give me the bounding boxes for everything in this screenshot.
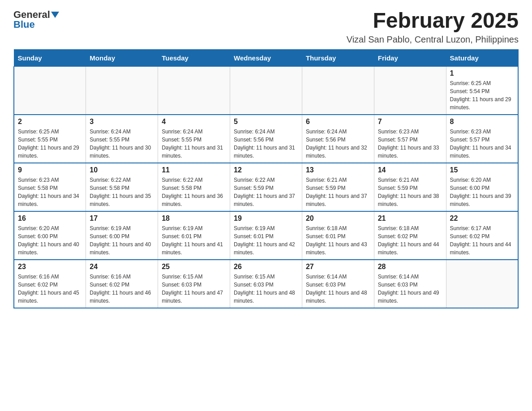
day-number: 23 xyxy=(18,263,82,271)
day-number: 6 xyxy=(306,118,370,126)
logo: General Blue xyxy=(13,9,59,30)
page-header: General Blue February 2025 Vizal San Pab… xyxy=(13,9,519,45)
day-number: 14 xyxy=(378,166,442,174)
weekday-header-saturday: Saturday xyxy=(446,49,518,66)
day-number: 4 xyxy=(162,118,226,126)
calendar-cell: 15Sunrise: 6:20 AMSunset: 6:00 PMDayligh… xyxy=(446,163,518,211)
calendar-cell: 16Sunrise: 6:20 AMSunset: 6:00 PMDayligh… xyxy=(14,211,86,260)
calendar-cell xyxy=(446,260,518,308)
day-number: 17 xyxy=(90,214,154,223)
day-number: 28 xyxy=(378,263,442,271)
day-info: Sunrise: 6:14 AMSunset: 6:03 PMDaylight:… xyxy=(306,273,370,305)
day-number: 25 xyxy=(162,263,226,271)
calendar-cell: 13Sunrise: 6:21 AMSunset: 5:59 PMDayligh… xyxy=(302,163,374,211)
day-info: Sunrise: 6:15 AMSunset: 6:03 PMDaylight:… xyxy=(234,273,298,305)
calendar-cell xyxy=(374,66,446,115)
day-number: 7 xyxy=(378,118,442,126)
calendar-cell: 19Sunrise: 6:19 AMSunset: 6:01 PMDayligh… xyxy=(230,211,302,260)
calendar-cell: 11Sunrise: 6:22 AMSunset: 5:58 PMDayligh… xyxy=(158,163,230,211)
calendar-cell: 7Sunrise: 6:23 AMSunset: 5:57 PMDaylight… xyxy=(374,115,446,163)
day-number: 22 xyxy=(450,214,514,223)
day-number: 9 xyxy=(18,166,82,174)
calendar-table: SundayMondayTuesdayWednesdayThursdayFrid… xyxy=(13,49,519,308)
day-info: Sunrise: 6:18 AMSunset: 6:02 PMDaylight:… xyxy=(378,224,442,257)
calendar-cell: 14Sunrise: 6:21 AMSunset: 5:59 PMDayligh… xyxy=(374,163,446,211)
day-number: 5 xyxy=(234,118,298,126)
logo-blue-text: Blue xyxy=(13,19,35,30)
week-row-2: 2Sunrise: 6:25 AMSunset: 5:55 PMDaylight… xyxy=(14,115,518,163)
title-block: February 2025 Vizal San Pablo, Central L… xyxy=(347,9,519,45)
day-info: Sunrise: 6:24 AMSunset: 5:55 PMDaylight:… xyxy=(90,128,154,160)
calendar-cell: 27Sunrise: 6:14 AMSunset: 6:03 PMDayligh… xyxy=(302,260,374,308)
calendar-cell xyxy=(14,66,86,115)
day-info: Sunrise: 6:22 AMSunset: 5:58 PMDaylight:… xyxy=(90,176,154,208)
day-number: 15 xyxy=(450,166,514,174)
calendar-cell: 2Sunrise: 6:25 AMSunset: 5:55 PMDaylight… xyxy=(14,115,86,163)
calendar-cell: 18Sunrise: 6:19 AMSunset: 6:01 PMDayligh… xyxy=(158,211,230,260)
calendar-subtitle: Vizal San Pablo, Central Luzon, Philippi… xyxy=(347,34,519,45)
week-row-4: 16Sunrise: 6:20 AMSunset: 6:00 PMDayligh… xyxy=(14,211,518,260)
day-number: 1 xyxy=(450,69,514,77)
day-info: Sunrise: 6:24 AMSunset: 5:55 PMDaylight:… xyxy=(162,128,226,160)
calendar-cell: 20Sunrise: 6:18 AMSunset: 6:01 PMDayligh… xyxy=(302,211,374,260)
day-info: Sunrise: 6:25 AMSunset: 5:54 PMDaylight:… xyxy=(450,79,514,111)
day-number: 10 xyxy=(90,166,154,174)
day-info: Sunrise: 6:17 AMSunset: 6:02 PMDaylight:… xyxy=(450,224,514,257)
calendar-cell: 9Sunrise: 6:23 AMSunset: 5:58 PMDaylight… xyxy=(14,163,86,211)
day-number: 12 xyxy=(234,166,298,174)
calendar-cell xyxy=(230,66,302,115)
calendar-cell: 28Sunrise: 6:14 AMSunset: 6:03 PMDayligh… xyxy=(374,260,446,308)
day-info: Sunrise: 6:19 AMSunset: 6:01 PMDaylight:… xyxy=(234,224,298,257)
calendar-header: SundayMondayTuesdayWednesdayThursdayFrid… xyxy=(14,49,518,66)
day-info: Sunrise: 6:14 AMSunset: 6:03 PMDaylight:… xyxy=(378,273,442,305)
day-number: 8 xyxy=(450,118,514,126)
weekday-row: SundayMondayTuesdayWednesdayThursdayFrid… xyxy=(14,49,518,66)
logo-arrow-icon xyxy=(51,12,59,18)
day-number: 26 xyxy=(234,263,298,271)
day-info: Sunrise: 6:24 AMSunset: 5:56 PMDaylight:… xyxy=(234,128,298,160)
day-info: Sunrise: 6:20 AMSunset: 6:00 PMDaylight:… xyxy=(18,224,82,257)
calendar-cell: 22Sunrise: 6:17 AMSunset: 6:02 PMDayligh… xyxy=(446,211,518,260)
day-info: Sunrise: 6:22 AMSunset: 5:58 PMDaylight:… xyxy=(162,176,226,208)
calendar-cell: 8Sunrise: 6:23 AMSunset: 5:57 PMDaylight… xyxy=(446,115,518,163)
day-number: 27 xyxy=(306,263,370,271)
calendar-cell: 6Sunrise: 6:24 AMSunset: 5:56 PMDaylight… xyxy=(302,115,374,163)
svg-marker-0 xyxy=(51,12,59,18)
day-info: Sunrise: 6:16 AMSunset: 6:02 PMDaylight:… xyxy=(18,273,82,305)
day-info: Sunrise: 6:19 AMSunset: 6:01 PMDaylight:… xyxy=(162,224,226,257)
day-info: Sunrise: 6:15 AMSunset: 6:03 PMDaylight:… xyxy=(162,273,226,305)
day-info: Sunrise: 6:16 AMSunset: 6:02 PMDaylight:… xyxy=(90,273,154,305)
day-number: 18 xyxy=(162,214,226,223)
day-info: Sunrise: 6:18 AMSunset: 6:01 PMDaylight:… xyxy=(306,224,370,257)
calendar-cell: 1Sunrise: 6:25 AMSunset: 5:54 PMDaylight… xyxy=(446,66,518,115)
day-number: 24 xyxy=(90,263,154,271)
calendar-cell: 3Sunrise: 6:24 AMSunset: 5:55 PMDaylight… xyxy=(86,115,158,163)
calendar-cell: 25Sunrise: 6:15 AMSunset: 6:03 PMDayligh… xyxy=(158,260,230,308)
calendar-cell: 23Sunrise: 6:16 AMSunset: 6:02 PMDayligh… xyxy=(14,260,86,308)
calendar-cell xyxy=(302,66,374,115)
calendar-cell: 12Sunrise: 6:22 AMSunset: 5:59 PMDayligh… xyxy=(230,163,302,211)
calendar-cell xyxy=(86,66,158,115)
week-row-3: 9Sunrise: 6:23 AMSunset: 5:58 PMDaylight… xyxy=(14,163,518,211)
day-number: 21 xyxy=(378,214,442,223)
calendar-cell: 4Sunrise: 6:24 AMSunset: 5:55 PMDaylight… xyxy=(158,115,230,163)
day-number: 20 xyxy=(306,214,370,223)
day-info: Sunrise: 6:23 AMSunset: 5:57 PMDaylight:… xyxy=(378,128,442,160)
day-number: 11 xyxy=(162,166,226,174)
calendar-body: 1Sunrise: 6:25 AMSunset: 5:54 PMDaylight… xyxy=(14,66,518,308)
calendar-cell xyxy=(158,66,230,115)
day-number: 3 xyxy=(90,118,154,126)
day-info: Sunrise: 6:21 AMSunset: 5:59 PMDaylight:… xyxy=(378,176,442,208)
day-info: Sunrise: 6:19 AMSunset: 6:00 PMDaylight:… xyxy=(90,224,154,257)
week-row-5: 23Sunrise: 6:16 AMSunset: 6:02 PMDayligh… xyxy=(14,260,518,308)
calendar-cell: 5Sunrise: 6:24 AMSunset: 5:56 PMDaylight… xyxy=(230,115,302,163)
day-number: 16 xyxy=(18,214,82,223)
calendar-cell: 21Sunrise: 6:18 AMSunset: 6:02 PMDayligh… xyxy=(374,211,446,260)
day-info: Sunrise: 6:23 AMSunset: 5:57 PMDaylight:… xyxy=(450,128,514,160)
weekday-header-thursday: Thursday xyxy=(302,49,374,66)
day-number: 19 xyxy=(234,214,298,223)
weekday-header-friday: Friday xyxy=(374,49,446,66)
weekday-header-wednesday: Wednesday xyxy=(230,49,302,66)
day-info: Sunrise: 6:22 AMSunset: 5:59 PMDaylight:… xyxy=(234,176,298,208)
day-info: Sunrise: 6:24 AMSunset: 5:56 PMDaylight:… xyxy=(306,128,370,160)
